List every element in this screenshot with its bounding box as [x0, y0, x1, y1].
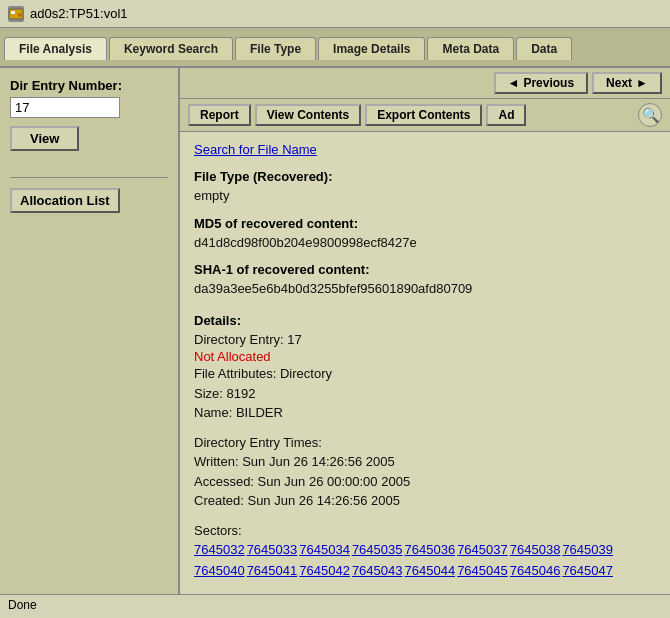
- divider: [10, 177, 168, 178]
- search-icon: 🔍: [642, 107, 659, 123]
- file-type-value: empty: [194, 186, 656, 206]
- export-contents-button[interactable]: Export Contents: [365, 104, 482, 126]
- window-title: ad0s2:TP51:vol1: [30, 6, 128, 21]
- sector-link[interactable]: 7645043: [352, 563, 403, 578]
- allocation-list-button[interactable]: Allocation List: [10, 188, 120, 213]
- status-bar: Done: [0, 594, 670, 618]
- svg-point-2: [18, 13, 22, 17]
- sector-link[interactable]: 7645037: [457, 542, 508, 557]
- arrow-left-icon: ◄: [508, 76, 520, 90]
- md5-title: MD5 of recovered content:: [194, 216, 656, 231]
- written: Written: Sun Jun 26 14:26:56 2005: [194, 452, 656, 472]
- title-bar: ad0s2:TP51:vol1: [0, 0, 670, 28]
- sector-link[interactable]: 7645045: [457, 563, 508, 578]
- dir-entry-input[interactable]: [10, 97, 120, 118]
- sector-link[interactable]: 7645036: [405, 542, 456, 557]
- tab-file-analysis[interactable]: File Analysis: [4, 37, 107, 60]
- view-contents-button[interactable]: View Contents: [255, 104, 361, 126]
- next-button[interactable]: Next ►: [592, 72, 662, 94]
- sector-link[interactable]: 7645034: [299, 542, 350, 557]
- right-panel: ◄ Previous Next ► Report View Contents E…: [180, 68, 670, 594]
- sector-link[interactable]: 7645038: [510, 542, 561, 557]
- sectors-title: Sectors:: [194, 521, 656, 541]
- previous-label: Previous: [523, 76, 574, 90]
- sector-link[interactable]: 7645044: [405, 563, 456, 578]
- sector-link[interactable]: 7645033: [247, 542, 298, 557]
- sector-link[interactable]: 7645041: [247, 563, 298, 578]
- left-panel: Dir Entry Number: View Allocation List: [0, 68, 180, 594]
- created: Created: Sun Jun 26 14:26:56 2005: [194, 491, 656, 511]
- name: Name: BILDER: [194, 403, 656, 423]
- sector-link[interactable]: 7645042: [299, 563, 350, 578]
- sha1-title: SHA-1 of recovered content:: [194, 262, 656, 277]
- dir-entry-label: Dir Entry Number:: [10, 78, 168, 93]
- view-button[interactable]: View: [10, 126, 79, 151]
- main-layout: Dir Entry Number: View Allocation List ◄…: [0, 68, 670, 594]
- sha1-value: da39a3ee5e6b4b0d3255bfef95601890afd80709: [194, 279, 656, 299]
- size: Size: 8192: [194, 384, 656, 404]
- action-bar: Report View Contents Export Contents Ad …: [180, 99, 670, 132]
- status-text: Done: [8, 598, 37, 612]
- search-for-filename-link[interactable]: Search for File Name: [194, 142, 656, 157]
- sector-link[interactable]: 7645039: [562, 542, 613, 557]
- tab-file-type[interactable]: File Type: [235, 37, 316, 60]
- file-attributes: File Attributes: Directory: [194, 364, 656, 384]
- md5-value: d41d8cd98f00b204e9800998ecf8427e: [194, 233, 656, 253]
- sector-link[interactable]: 7645040: [194, 563, 245, 578]
- not-allocated: Not Allocated: [194, 349, 656, 364]
- accessed: Accessed: Sun Jun 26 00:00:00 2005: [194, 472, 656, 492]
- previous-button[interactable]: ◄ Previous: [494, 72, 589, 94]
- tab-bar: File Analysis Keyword Search File Type I…: [0, 28, 670, 68]
- next-label: Next: [606, 76, 632, 90]
- search-icon-box[interactable]: 🔍: [638, 103, 662, 127]
- nav-bar: ◄ Previous Next ►: [180, 68, 670, 99]
- content-area: Search for File Name File Type (Recovere…: [180, 132, 670, 594]
- directory-entry: Directory Entry: 17: [194, 330, 656, 350]
- svg-rect-1: [11, 11, 15, 14]
- sector-link[interactable]: 7645046: [510, 563, 561, 578]
- tab-meta-data[interactable]: Meta Data: [427, 37, 514, 60]
- arrow-right-icon: ►: [636, 76, 648, 90]
- tab-keyword-search[interactable]: Keyword Search: [109, 37, 233, 60]
- file-type-title: File Type (Recovered):: [194, 169, 656, 184]
- details-title: Details:: [194, 313, 656, 328]
- sector-link[interactable]: 7645035: [352, 542, 403, 557]
- dir-entry-times: Directory Entry Times:: [194, 433, 656, 453]
- app-icon: [8, 6, 24, 22]
- sectors-list: 7645032764503376450347645035764503676450…: [194, 540, 656, 582]
- report-button[interactable]: Report: [188, 104, 251, 126]
- ad-button[interactable]: Ad: [486, 104, 526, 126]
- tab-data[interactable]: Data: [516, 37, 572, 60]
- sector-link[interactable]: 7645032: [194, 542, 245, 557]
- tab-image-details[interactable]: Image Details: [318, 37, 425, 60]
- sector-link[interactable]: 7645047: [562, 563, 613, 578]
